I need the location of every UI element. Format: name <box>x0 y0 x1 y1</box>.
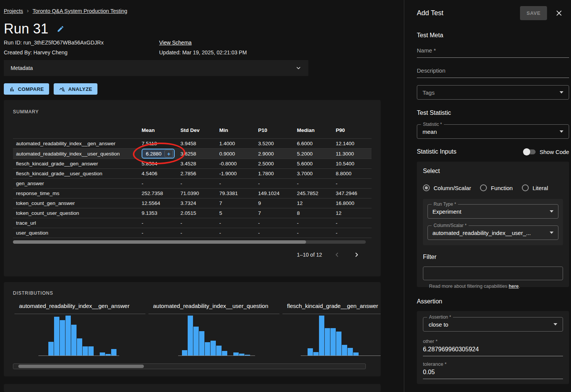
histogram-bar <box>336 332 341 355</box>
pagination-next-button[interactable] <box>352 250 362 260</box>
radio-column-scalar[interactable]: Column/Scalar <box>423 184 471 191</box>
value-cell: 7 <box>255 208 294 218</box>
histogram-bar <box>205 342 210 355</box>
metadata-label: Metadata <box>11 65 33 71</box>
test-meta-heading: Test Meta <box>417 32 443 39</box>
column-scalar-inputs-card: Run Type * Experiment Column/Scalar * au… <box>423 199 563 245</box>
table-row: automated_readability_index__user_questi… <box>13 149 372 159</box>
column-scalar-select[interactable]: Column/Scalar * automated_readability_in… <box>427 225 558 240</box>
page-title: Run 31 <box>4 21 48 37</box>
radio-literal[interactable]: Literal <box>522 184 548 191</box>
value-cell: 9.1353 <box>139 208 177 218</box>
summary-card: SUMMARY Mean Std Dev Min P10 Median P90 … <box>4 100 381 276</box>
pagination-prev-button[interactable] <box>332 250 342 260</box>
histogram-plot <box>282 316 381 355</box>
histogram-bar <box>65 316 71 355</box>
histogram-bar <box>245 355 250 355</box>
column-header-median: Median <box>294 124 333 139</box>
distributions-horizontal-scrollbar <box>13 363 366 369</box>
distributions-card: DISTRIBUTIONS automated_readability_inde… <box>4 282 381 376</box>
histogram-bar <box>48 342 54 355</box>
breadcrumb-link-project[interactable]: Toronto Q&A System Production Testing <box>33 8 128 14</box>
value-cell: 7.5113 <box>139 139 177 149</box>
run-type-select[interactable]: Run Type * Experiment <box>427 204 558 219</box>
histogram-bar <box>239 354 244 355</box>
close-icon[interactable] <box>555 9 563 17</box>
chevron-down-icon <box>295 65 301 71</box>
breadcrumb-link-projects[interactable]: Projects <box>4 8 23 14</box>
filter-help-link[interactable]: here <box>509 284 518 289</box>
tags-select-placeholder: Tags <box>423 89 560 96</box>
histogram-bar <box>313 352 319 355</box>
histogram-bar <box>105 354 111 355</box>
value-cell: 12.5564 <box>139 198 177 208</box>
tags-select[interactable]: Tags <box>417 85 569 100</box>
distributions-section-title: DISTRIBUTIONS <box>13 290 372 296</box>
column-header-min: Min <box>216 124 255 139</box>
value-cell: 5.6000 <box>294 159 333 169</box>
table-row: response_time_ms252.735871.039079.338114… <box>13 189 372 198</box>
metadata-accordion[interactable]: Metadata <box>4 60 308 76</box>
other-field-value[interactable]: 6.287969960305924 <box>423 346 563 356</box>
histogram-bar <box>199 331 204 355</box>
add-test-plus-button[interactable]: + <box>164 150 173 157</box>
name-field-label: Name * <box>417 47 569 57</box>
filter-input[interactable] <box>423 267 563 280</box>
scrollbar-thumb[interactable] <box>13 240 306 244</box>
filter-heading: Filter <box>423 254 563 260</box>
tolerance-field-label: tolerance * <box>423 361 563 367</box>
histogram-block: flesch_kincaid_grade__gen_answer <box>281 300 381 356</box>
x-axis-line <box>178 355 255 356</box>
breadcrumb: Projects › Toronto Q&A System Production… <box>4 8 127 14</box>
edit-icon[interactable] <box>57 25 64 33</box>
value-cell: 3.6258 <box>177 149 216 159</box>
assertion-heading: Assertion <box>417 298 442 305</box>
tolerance-field-value[interactable]: 0.05 <box>423 369 563 379</box>
radio-function[interactable]: Function <box>480 184 513 191</box>
run-type-select-value: Experiment <box>432 208 550 215</box>
description-field[interactable]: Description <box>417 67 569 78</box>
scrollbar-thumb[interactable] <box>18 365 144 368</box>
column-header-p90: P90 <box>333 124 372 139</box>
value-cell: - <box>216 218 255 228</box>
value-cell: 2.9000 <box>255 149 294 159</box>
value-cell: 71.0390 <box>177 189 216 198</box>
histogram-plot <box>148 316 279 355</box>
value-cell: 7 <box>216 198 255 208</box>
description-field-label: Description <box>417 67 569 78</box>
histogram-bar <box>216 346 222 355</box>
histogram-bar <box>60 320 65 355</box>
value-cell: 2.5000 <box>255 159 294 169</box>
value-cell: - <box>333 218 372 228</box>
selected-stat-value: 6.2880 <box>146 151 161 157</box>
assertion-card: Assertion * close to other * 6.287969960… <box>417 311 569 384</box>
show-code-toggle[interactable]: Show Code <box>524 149 569 155</box>
run-type-select-label: Run Type * <box>432 202 458 207</box>
compare-button[interactable]: COMPARE <box>4 83 49 95</box>
save-button[interactable]: SAVE <box>520 6 547 20</box>
assertion-select[interactable]: Assertion * close to <box>423 317 563 332</box>
statistic-select-label: Statistic * <box>421 122 444 127</box>
value-cell: 1.4000 <box>216 139 255 149</box>
created-by-text: Created By: Harvey Cheng <box>4 49 159 56</box>
value-cell: 9 <box>255 198 294 208</box>
value-cell: 5.2000 <box>294 149 333 159</box>
radio-button-icon <box>423 184 430 191</box>
select-radio-group: Column/Scalar Function Literal <box>423 184 563 191</box>
row-name-cell: flesch_kincaid_grade__gen_answer <box>13 159 139 169</box>
add-test-panel: Add Test SAVE Test Meta Name * Descripti… <box>404 0 571 392</box>
table-row: gen_answer------ <box>13 179 372 189</box>
statistic-select[interactable]: Statistic * mean <box>417 124 569 139</box>
toggle-knob <box>523 148 530 156</box>
value-cell: 79.3381 <box>216 189 255 198</box>
histogram-block: automated_readability_index__gen_answer <box>13 300 147 356</box>
histogram-bar <box>188 316 193 355</box>
analyze-button[interactable]: ANALYZE <box>54 83 97 95</box>
chevron-right-icon <box>353 251 360 258</box>
row-name-cell: flesch_kincaid_grade__user_question <box>13 169 139 179</box>
value-cell: 4.5406 <box>139 169 177 179</box>
selected-stat-chip[interactable]: 6.2880+ <box>142 149 175 159</box>
view-schema-link[interactable]: View Schema <box>159 40 191 46</box>
name-field[interactable]: Name * <box>417 47 569 58</box>
column-header-p10: P10 <box>255 124 294 139</box>
